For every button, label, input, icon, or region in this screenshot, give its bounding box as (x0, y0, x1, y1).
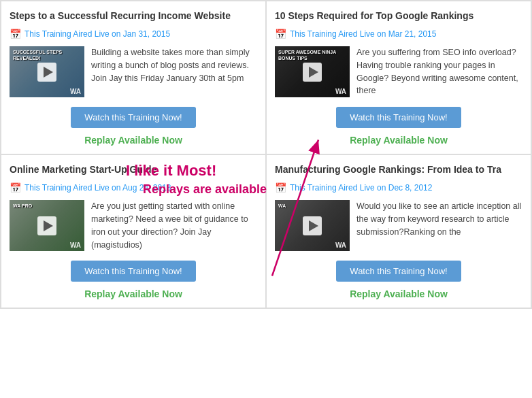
aired-date-3: 📅 This Training Aired Live on Aug 24, 20… (10, 182, 257, 193)
training-card-4: Manufacturing Google Rankings: From Idea… (266, 154, 531, 308)
aired-date-1: 📅 This Training Aired Live on Jan 31, 20… (10, 29, 257, 39)
video-thumb-1[interactable]: SUCCESSFUL STEPS REVEALED! WA (10, 46, 84, 97)
play-triangle-4 (309, 220, 318, 231)
aired-date-text-1: This Training Aired Live on Jan 31, 2015 (24, 29, 170, 39)
calendar-icon-2: 📅 (275, 29, 286, 39)
training-card-1: Steps to a Successful Recurring Income W… (1, 1, 266, 154)
thumb-text-1: SUCCESSFUL STEPS REVEALED! (13, 50, 84, 61)
card-description-4: Would you like to see an article incepti… (356, 200, 522, 251)
training-card-3: Online Marketing Start-Up Guide 📅 This T… (1, 154, 266, 308)
card-title-1: Steps to a Successful Recurring Income W… (10, 10, 257, 22)
card-description-3: Are you just getting started with online… (91, 200, 257, 251)
thumb-logo-4: WA (335, 242, 346, 249)
card-description-1: Building a website takes more than simpl… (91, 46, 257, 97)
thumb-logo-3: WA (70, 242, 81, 249)
play-triangle-1 (44, 67, 53, 78)
replay-label-3: Replay Available Now (10, 288, 257, 299)
calendar-icon-3: 📅 (10, 182, 21, 193)
calendar-icon-4: 📅 (275, 182, 286, 193)
aired-date-text-2: This Training Aired Live on Mar 21, 2015 (290, 29, 436, 39)
play-triangle-3 (44, 220, 53, 231)
watch-button-4[interactable]: Watch this Training Now! (336, 261, 461, 282)
play-button-3[interactable] (37, 216, 56, 235)
play-button-1[interactable] (37, 63, 56, 82)
aired-date-2: 📅 This Training Aired Live on Mar 21, 20… (275, 29, 522, 39)
content-row-3: WA PRO WA Are you just getting started w… (10, 200, 257, 251)
replay-label-4: Replay Available Now (275, 288, 522, 299)
watch-button-2[interactable]: Watch this Training Now! (336, 107, 461, 128)
card-title-4: Manufacturing Google Rankings: From Idea… (275, 163, 522, 176)
play-triangle-2 (309, 67, 318, 78)
thumb-text-3: WA PRO (13, 203, 32, 209)
video-thumb-2[interactable]: SUPER AWESOME NINJA BONUS TIPS WA (275, 46, 350, 97)
card-title-3: Online Marketing Start-Up Guide (10, 163, 257, 176)
thumb-logo-1: WA (70, 88, 81, 95)
aired-date-text-3: This Training Aired Live on Aug 24, 2013 (24, 183, 171, 193)
replay-label-2: Replay Available Now (275, 135, 522, 146)
play-button-4[interactable] (303, 216, 322, 235)
card-description-2: Are you suffering from SEO info overload… (356, 46, 522, 97)
thumb-text-2: SUPER AWESOME NINJA BONUS TIPS (278, 50, 350, 61)
content-row-2: SUPER AWESOME NINJA BONUS TIPS WA Are yo… (275, 46, 522, 97)
content-row-4: WA WA Would you like to see an article i… (275, 200, 522, 251)
video-thumb-3[interactable]: WA PRO WA (10, 200, 84, 251)
thumb-logo-2: WA (335, 88, 346, 95)
video-thumb-4[interactable]: WA WA (275, 200, 350, 251)
thumb-text-4: WA (278, 203, 286, 209)
aired-date-4: 📅 This Training Aired Live on Dec 8, 201… (275, 182, 522, 193)
watch-button-3[interactable]: Watch this Training Now! (71, 261, 195, 282)
replay-label-1: Replay Available Now (10, 135, 257, 146)
play-button-2[interactable] (303, 63, 322, 82)
content-row-1: SUCCESSFUL STEPS REVEALED! WA Building a… (10, 46, 257, 97)
calendar-icon-1: 📅 (10, 29, 21, 39)
training-card-2: 10 Steps Required for Top Google Ranking… (266, 1, 531, 154)
aired-date-text-4: This Training Aired Live on Dec 8, 2012 (290, 183, 432, 193)
watch-button-1[interactable]: Watch this Training Now! (71, 107, 195, 128)
card-title-2: 10 Steps Required for Top Google Ranking… (275, 10, 522, 22)
